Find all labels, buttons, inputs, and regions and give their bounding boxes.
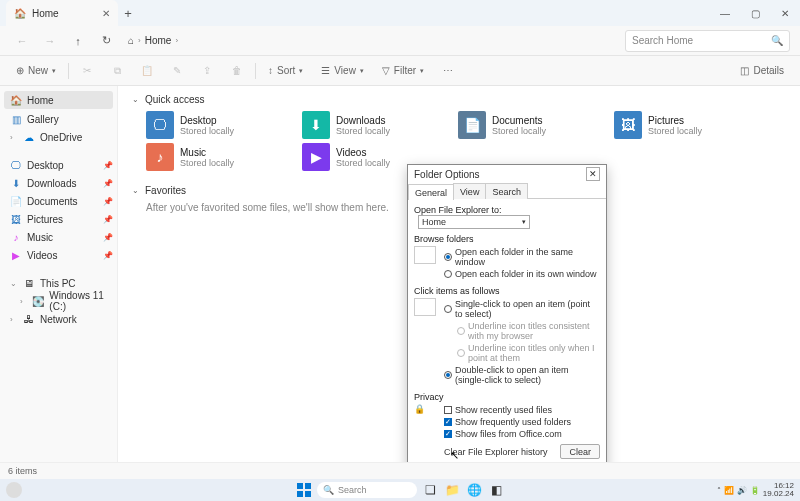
start-button[interactable] [295,481,313,499]
chk-office-files[interactable]: ✓Show files from Office.com [444,428,600,440]
wifi-icon[interactable]: 📶 [724,486,734,495]
pin-icon: 📌 [103,233,113,242]
pin-icon: 📌 [103,251,113,260]
pc-icon: 🖥 [23,277,35,289]
sidebar-item-gallery[interactable]: ▥Gallery [0,110,117,128]
chk-freq-folders[interactable]: ✓Show frequently used folders [444,416,600,428]
qa-desktop[interactable]: 🖵DesktopStored locally [146,111,288,139]
cut-button[interactable]: ✂ [75,60,99,82]
rename-button[interactable]: ✎ [165,60,189,82]
pin-icon: 📌 [103,179,113,188]
gallery-icon: ▥ [10,113,22,125]
more-button[interactable]: ⋯ [436,60,460,82]
sidebar-item-desktop[interactable]: 🖵Desktop📌 [0,156,117,174]
app-taskbar-icon[interactable]: ◧ [487,481,505,499]
taskbar-search[interactable]: 🔍Search [317,482,417,498]
sidebar-item-documents[interactable]: 📄Documents📌 [0,192,117,210]
folder-options-dialog: Folder Options✕ General View Search Open… [407,164,607,501]
minimize-button[interactable]: — [710,0,740,26]
close-window-button[interactable]: ✕ [770,0,800,26]
delete-button[interactable]: 🗑 [225,60,249,82]
sort-button[interactable]: ↕Sort▾ [262,60,309,82]
dialog-title: Folder Options [414,169,480,180]
refresh-button[interactable]: ↻ [94,30,118,52]
back-button[interactable]: ← [10,30,34,52]
radio-double-click[interactable]: Double-click to open an item (single-cli… [444,364,600,386]
home-icon: ⌂ [128,35,134,46]
qa-downloads[interactable]: ⬇DownloadsStored locally [302,111,444,139]
sidebar-item-network[interactable]: ›🖧Network [0,310,117,328]
qa-pictures[interactable]: 🖼PicturesStored locally [614,111,756,139]
new-tab-button[interactable]: + [118,6,138,21]
music-icon: ♪ [10,231,22,243]
dialog-close-button[interactable]: ✕ [586,167,600,181]
pictures-icon: 🖼 [10,213,22,225]
downloads-icon: ⬇ [10,177,22,189]
sidebar-item-home[interactable]: 🏠Home [4,91,113,109]
clock[interactable]: 16:1219.02.24 [763,482,794,498]
privacy-icon: 🔒 [414,404,436,422]
clear-button[interactable]: Clear [560,444,600,459]
details-button[interactable]: ◫Details [734,60,790,82]
tab-view[interactable]: View [453,183,486,199]
edge-taskbar-icon[interactable]: 🌐 [465,481,483,499]
svg-rect-1 [305,483,311,489]
qa-documents[interactable]: 📄DocumentsStored locally [458,111,600,139]
browse-illustration [414,246,436,264]
explorer-taskbar-icon[interactable]: 📁 [443,481,461,499]
pin-icon: 📌 [103,161,113,170]
radio-same-window[interactable]: Open each folder in the same window [444,246,600,268]
chevron-right-icon: › [20,297,27,306]
weather-widget[interactable] [6,482,22,498]
paste-button[interactable]: 📋 [135,60,159,82]
task-view-button[interactable]: ❏ [421,481,439,499]
volume-icon[interactable]: 🔊 [737,486,747,495]
chevron-right-icon: › [10,133,18,142]
home-icon: 🏠 [10,94,22,106]
pictures-icon: 🖼 [614,111,642,139]
sidebar-item-downloads[interactable]: ⬇Downloads📌 [0,174,117,192]
sidebar-item-onedrive[interactable]: ›☁OneDrive [0,128,117,146]
click-illustration [414,298,436,316]
view-button[interactable]: ☰View▾ [315,60,370,82]
tab-search[interactable]: Search [485,183,528,199]
new-button[interactable]: ⊕New▾ [10,60,62,82]
close-tab-icon[interactable]: ✕ [102,8,110,19]
open-to-select[interactable]: Home▾ [418,215,530,229]
crumb-home[interactable]: Home [145,35,172,46]
filter-button[interactable]: ▽Filter▾ [376,60,430,82]
radio-own-window[interactable]: Open each folder in its own window [444,268,600,280]
search-input[interactable]: Search Home 🔍 [625,30,790,52]
quick-access-header[interactable]: ⌄Quick access [132,94,786,105]
forward-button[interactable]: → [38,30,62,52]
clear-history-label: Clear File Explorer history [444,447,548,457]
desktop-icon: 🖵 [146,111,174,139]
window-tab[interactable]: 🏠 Home ✕ [6,0,118,26]
battery-icon[interactable]: 🔋 [750,486,760,495]
up-button[interactable]: ↑ [66,30,90,52]
tab-general[interactable]: General [408,184,454,200]
tray-chevron-icon[interactable]: ˄ [717,486,721,495]
sidebar-item-music[interactable]: ♪Music📌 [0,228,117,246]
chevron-right-icon: › [10,315,18,324]
maximize-button[interactable]: ▢ [740,0,770,26]
sidebar-item-videos[interactable]: ▶Videos📌 [0,246,117,264]
qa-music[interactable]: ♪MusicStored locally [146,143,288,171]
downloads-icon: ⬇ [302,111,330,139]
radio-underline-browser: Underline icon titles consistent with my… [444,320,600,342]
radio-underline-point: Underline icon titles only when I point … [444,342,600,364]
tab-title: Home [32,8,59,19]
videos-icon: ▶ [302,143,330,171]
breadcrumb[interactable]: ⌂› Home› [128,35,178,46]
chk-recent-files[interactable]: Show recently used files [444,404,600,416]
copy-button[interactable]: ⧉ [105,60,129,82]
sidebar-item-drive-c[interactable]: ›💽Windows 11 (C:) [0,292,117,310]
svg-rect-0 [297,483,303,489]
privacy-header: Privacy [414,392,600,402]
drive-icon: 💽 [32,295,44,307]
chevron-down-icon: ⌄ [132,186,139,195]
share-button[interactable]: ⇪ [195,60,219,82]
radio-single-click[interactable]: Single-click to open an item (point to s… [444,298,600,320]
sidebar-item-pictures[interactable]: 🖼Pictures📌 [0,210,117,228]
open-to-label: Open File Explorer to: [414,205,502,215]
